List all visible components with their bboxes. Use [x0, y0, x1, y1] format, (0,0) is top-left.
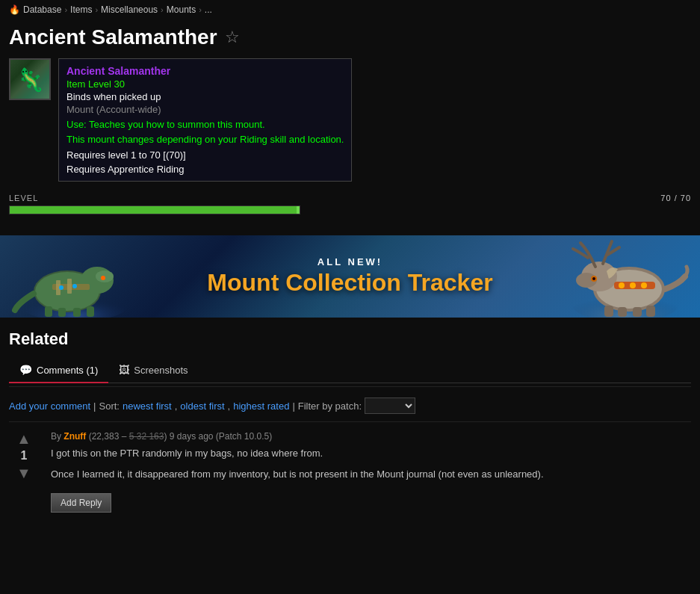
svg-point-25	[641, 282, 647, 288]
svg-rect-29	[646, 306, 655, 317]
breadcrumb-mounts[interactable]: Mounts	[167, 4, 196, 15]
item-section: Ancient Salamanther Item Level 30 Binds …	[0, 58, 700, 194]
filter-bar-pipe-2: |	[292, 400, 294, 412]
sort-newest-link[interactable]: newest first	[123, 400, 172, 412]
comment-patch-close: )	[269, 431, 272, 442]
tooltip-item-level: Item Level 30	[66, 78, 344, 90]
comment-text-1: I got this on the PTR randomly in my bag…	[51, 446, 691, 461]
svg-point-14	[72, 284, 77, 288]
comment-username[interactable]: Znuff	[64, 431, 86, 442]
comments-tab-icon: 💬	[19, 364, 32, 376]
item-icon-wrapper	[9, 58, 51, 100]
svg-rect-28	[633, 307, 642, 317]
tooltip-item-name: Ancient Salamanther	[66, 65, 344, 77]
tooltip-type: Mount (Account-wide)	[66, 104, 344, 115]
page-title: Ancient Salamanther	[9, 25, 217, 49]
tooltip-type-detail: (Account-wide)	[96, 104, 161, 115]
banner-right-mount-icon	[551, 235, 700, 318]
item-icon	[10, 58, 49, 100]
sort-label: Sort:	[99, 400, 120, 412]
breadcrumb-ellipsis[interactable]: ...	[205, 4, 212, 15]
comment-patch-val: Patch 10.0.5	[219, 431, 269, 442]
screenshots-tab-icon: 🖼	[119, 364, 129, 376]
svg-rect-7	[67, 279, 72, 294]
svg-rect-12	[87, 306, 94, 317]
svg-point-13	[59, 285, 64, 290]
left-mount-svg	[7, 235, 142, 318]
vote-count: 1	[21, 449, 28, 462]
tab-screenshots[interactable]: 🖼 Screenshots	[108, 358, 198, 383]
comment-time: 9 days ago	[170, 431, 214, 442]
breadcrumb-sep-2: ›	[95, 5, 98, 14]
breadcrumb-sep-3: ›	[161, 5, 164, 14]
comment-by-label: By	[51, 431, 64, 442]
level-section: LEVEL 70 / 70	[0, 194, 700, 220]
tab-comments[interactable]: 💬 Comments (1)	[9, 358, 108, 383]
svg-rect-27	[618, 307, 627, 317]
breadcrumb-sep-1: ›	[64, 5, 67, 14]
svg-rect-9	[45, 306, 52, 317]
sort-highest-link[interactable]: highest rated	[233, 400, 289, 412]
filter-patch-label: Filter by patch:	[298, 400, 362, 412]
tooltip-use-text: Use: Teaches you how to summon this moun…	[66, 118, 344, 132]
breadcrumb-items[interactable]: Items	[70, 4, 92, 15]
banner-left-mount-icon	[0, 235, 149, 318]
comment-section: ▲ 1 ▼ By Znuff (22,383 – 5 32 163) 9 day…	[9, 422, 691, 522]
banner-title: Mount Collection Tracker	[207, 269, 492, 297]
svg-point-21	[592, 277, 595, 280]
breadcrumb-icon: 🔥	[9, 4, 20, 15]
level-bar-marker	[297, 206, 300, 214]
tooltip-req-riding: Requires Apprentice Riding	[66, 164, 344, 175]
comment-body: By Znuff (22,383 – 5 32 163) 9 days ago …	[51, 431, 691, 513]
tooltip-req-level: Requires level 1 to 70 [(70)]	[66, 149, 344, 161]
tooltip-type-main: Mount	[66, 104, 93, 115]
filter-bar-pipe: |	[93, 400, 96, 412]
tooltip-flavor-text: This mount changes depending on your Rid…	[66, 133, 344, 146]
comment-score: 22,383	[92, 431, 120, 442]
comment-meta: By Znuff (22,383 – 5 32 163) 9 days ago …	[51, 431, 691, 442]
comma-1: ,	[175, 400, 178, 412]
comment-score-wrap: (22,383 – 5 32 163)	[89, 431, 170, 442]
item-tooltip: Ancient Salamanther Item Level 30 Binds …	[58, 58, 352, 182]
tooltip-bind-text: Binds when picked up	[66, 91, 344, 102]
comment-score-old: 5 32 163	[129, 431, 164, 442]
page-header: Ancient Salamanther ☆	[0, 19, 700, 58]
related-title: Related	[9, 330, 691, 349]
level-value: 70 / 70	[660, 194, 691, 202]
right-mount-svg	[558, 235, 693, 318]
breadcrumb-database[interactable]: Database	[23, 4, 61, 15]
favorite-star-icon[interactable]: ☆	[225, 28, 240, 47]
svg-rect-10	[58, 308, 66, 317]
vote-down-button[interactable]: ▼	[16, 465, 31, 480]
vote-column: ▲ 1 ▼	[9, 431, 39, 480]
comma-2: ,	[228, 400, 231, 412]
add-comment-link[interactable]: Add your comment	[9, 400, 90, 412]
breadcrumb-miscellaneous[interactable]: Miscellaneous	[101, 4, 158, 15]
screenshots-tab-label: Screenshots	[134, 365, 188, 376]
banner-all-new-label: ALL NEW!	[207, 256, 492, 267]
mount-collection-banner[interactable]: ALL NEW! Mount Collection Tracker	[0, 235, 700, 318]
svg-point-8	[101, 276, 105, 280]
breadcrumb-sep-4: ›	[199, 5, 202, 14]
sort-oldest-link[interactable]: oldest first	[180, 400, 224, 412]
level-bar-fill	[10, 206, 300, 214]
patch-filter-select[interactable]: 10.0.5	[365, 397, 415, 414]
svg-rect-26	[604, 306, 613, 317]
level-label: LEVEL	[9, 194, 38, 202]
comment-text-2: Once I learned it, it disappeared from m…	[51, 467, 691, 482]
breadcrumb: 🔥 Database › Items › Miscellaneous › Mou…	[0, 0, 700, 19]
tabs-divider	[9, 386, 691, 387]
related-section: Related 💬 Comments (1) 🖼 Screenshots Add…	[0, 318, 700, 522]
svg-rect-11	[73, 308, 81, 317]
tabs-bar: 💬 Comments (1) 🖼 Screenshots	[9, 358, 691, 383]
add-reply-button[interactable]: Add Reply	[51, 493, 111, 513]
filter-bar: Add your comment | Sort: newest first, o…	[9, 390, 691, 422]
level-bar-background	[9, 205, 300, 214]
level-label-row: LEVEL 70 / 70	[9, 194, 691, 202]
comments-tab-label: Comments (1)	[37, 365, 98, 376]
svg-point-23	[619, 282, 625, 288]
vote-up-button[interactable]: ▲	[16, 431, 31, 446]
comment-row: ▲ 1 ▼ By Znuff (22,383 – 5 32 163) 9 day…	[9, 431, 691, 513]
svg-point-24	[630, 282, 636, 288]
banner-text-center: ALL NEW! Mount Collection Tracker	[207, 256, 492, 297]
